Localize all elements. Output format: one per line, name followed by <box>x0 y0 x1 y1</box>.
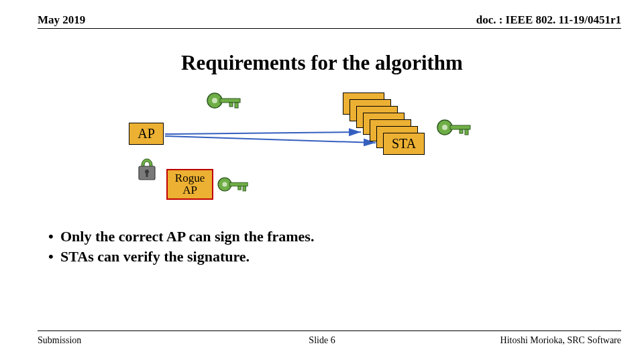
rogue-ap-label: Rogue AP <box>175 172 205 196</box>
svg-point-6 <box>442 125 447 130</box>
sta-label: STA <box>392 136 416 151</box>
svg-rect-4 <box>229 103 233 107</box>
slide-page: May 2019 doc. : IEEE 802. 11-19/0451r1 R… <box>0 0 644 362</box>
key-icon-rogue <box>218 178 248 191</box>
svg-rect-13 <box>243 186 246 191</box>
bullet-dot-icon: • <box>48 247 60 267</box>
rogue-ap-box: Rogue AP <box>166 169 213 200</box>
svg-rect-12 <box>229 182 248 186</box>
key-icon-ap <box>207 93 240 108</box>
footer-divider <box>38 330 621 331</box>
sta-box-front: STA <box>383 133 425 155</box>
lock-icon <box>139 159 155 180</box>
arrow-ap-to-sta-2 <box>165 136 376 143</box>
svg-rect-2 <box>220 99 240 103</box>
bullet-text: STAs can verify the signature. <box>60 248 250 265</box>
svg-point-11 <box>222 182 227 186</box>
svg-rect-3 <box>235 103 238 108</box>
ap-label: AP <box>138 126 155 141</box>
ap-box: AP <box>129 123 164 145</box>
bullet-item: •Only the correct AP can sign the frames… <box>48 227 314 247</box>
bullet-list: •Only the correct AP can sign the frames… <box>48 227 314 266</box>
svg-rect-7 <box>450 125 470 129</box>
svg-rect-8 <box>465 129 468 135</box>
svg-rect-9 <box>460 129 463 133</box>
svg-rect-14 <box>238 186 241 190</box>
arrow-ap-to-sta-1 <box>165 132 361 134</box>
svg-rect-17 <box>146 172 148 177</box>
diagram-svg-layer <box>0 0 644 362</box>
bullet-text: Only the correct AP can sign the frames. <box>60 228 314 245</box>
svg-point-1 <box>212 98 217 103</box>
bullet-dot-icon: • <box>48 227 60 247</box>
footer-right: Hitoshi Morioka, SRC Software <box>500 335 621 346</box>
key-icon-sta <box>437 120 470 135</box>
bullet-item: •STAs can verify the signature. <box>48 247 314 267</box>
